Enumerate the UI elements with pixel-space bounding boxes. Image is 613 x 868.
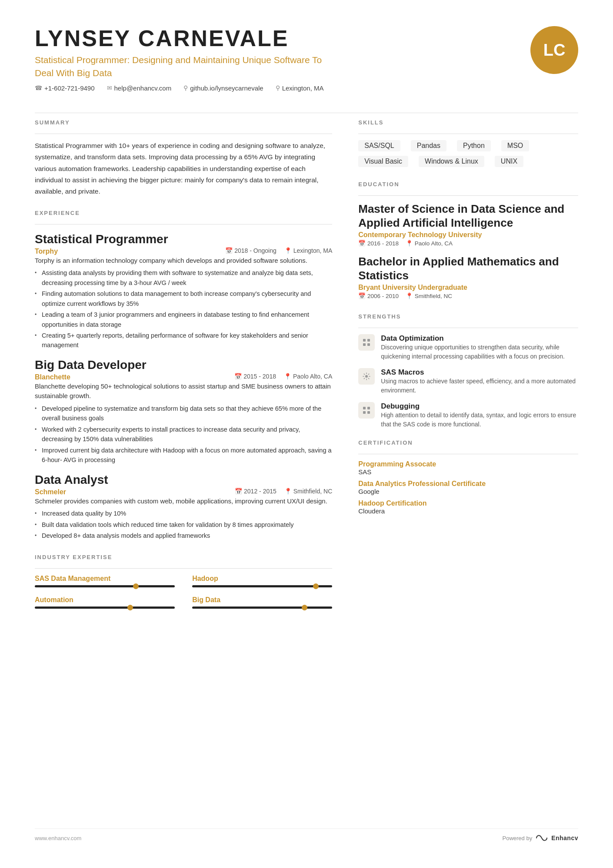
- strength-title: Debugging: [381, 402, 578, 411]
- job-item: Data Analyst Schmeler 📅 2012 - 2015 📍 Sm…: [35, 473, 332, 541]
- svg-rect-1: [367, 339, 370, 342]
- powered-by-text: Powered by: [502, 835, 532, 841]
- expertise-item: SAS Data Management: [35, 575, 175, 587]
- job-title: Big Data Developer: [35, 358, 332, 372]
- footer-website: www.enhancv.com: [35, 835, 81, 841]
- job-company: Torphy: [35, 248, 58, 255]
- summary-section: SUMMARY Statistical Programmer with 10+ …: [35, 119, 332, 198]
- job-meta-row: Torphy 📅 2018 - Ongoing 📍 Lexington, MA: [35, 247, 332, 256]
- job-title: Data Analyst: [35, 473, 332, 487]
- svg-rect-0: [363, 339, 366, 342]
- expertise-item-label: Hadoop: [192, 575, 332, 583]
- strength-icon-2: [358, 402, 375, 419]
- calendar-icon: 📅: [358, 293, 366, 299]
- cert-item: Programming Assocate SAS: [358, 460, 578, 476]
- edu-dates: 📅 2016 - 2018: [358, 240, 399, 247]
- job-meta-row: Blanchette 📅 2015 - 2018 📍 Paolo Alto, C…: [35, 373, 332, 382]
- job-bullets-list: Increased data quality by 10% Built data…: [35, 509, 332, 540]
- skill-tag: MSO: [501, 140, 529, 151]
- location-contact: ⚲ Lexington, MA: [276, 84, 324, 92]
- job-location: 📍 Paolo Alto, CA: [284, 373, 332, 380]
- job-description: Blanchette developing 50+ technological …: [35, 382, 332, 401]
- cert-name: Hadoop Certification: [358, 499, 578, 507]
- expertise-dot: [313, 583, 319, 589]
- email-icon: ✉: [107, 84, 112, 91]
- job-item: Big Data Developer Blanchette 📅 2015 - 2…: [35, 358, 332, 465]
- skills-grid: SAS/SQL Pandas Python MSO Visual Basic W…: [358, 140, 578, 167]
- calendar-icon: 📅: [234, 373, 242, 380]
- expertise-item-label: Big Data: [192, 596, 332, 604]
- edu-location: 📍 Smithfield, NC: [406, 292, 452, 299]
- footer-logo: Powered by Enhancv: [502, 834, 578, 842]
- strength-title: Data Optimization: [381, 334, 578, 343]
- strength-desc: High attention to detail to identify dat…: [381, 411, 578, 429]
- svg-rect-5: [363, 407, 366, 409]
- main-content: SUMMARY Statistical Programmer with 10+ …: [35, 119, 578, 811]
- job-meta: 📅 2012 - 2015 📍 Smithfield, NC: [235, 488, 332, 495]
- strengths-divider: [358, 328, 578, 328]
- experience-section: EXPERIENCE Statistical Programmer Torphy…: [35, 210, 332, 541]
- edu-degree: Bachelor in Applied Mathematics and Stat…: [358, 255, 578, 283]
- expertise-dot: [127, 605, 133, 610]
- github-value: github.io/lynseycarnevale: [190, 84, 263, 92]
- link-icon: ⚲: [183, 84, 188, 91]
- job-location: 📍 Smithfield, NC: [284, 488, 332, 495]
- expertise-bar: [192, 585, 332, 587]
- calendar-icon: 📅: [235, 488, 242, 495]
- svg-rect-2: [363, 343, 366, 346]
- cert-org: Google: [358, 488, 578, 495]
- resume-page: LYNSEY CARNEVALE Statistical Programmer:…: [0, 0, 613, 868]
- cert-item: Data Analytics Professional Certificate …: [358, 480, 578, 495]
- strength-content: SAS Macros Using macros to achieve faste…: [381, 368, 578, 395]
- skill-tag: SAS/SQL: [358, 140, 400, 151]
- bullet-item: Improved current big data architecture w…: [35, 446, 332, 465]
- svg-rect-6: [367, 407, 370, 409]
- calendar-icon: 📅: [225, 247, 233, 254]
- experience-label: EXPERIENCE: [35, 210, 332, 216]
- certification-label: CERTIFICATION: [358, 439, 578, 446]
- certification-section: CERTIFICATION Programming Assocate SAS D…: [358, 439, 578, 515]
- job-bullets-list: Assisting data analysts by providing the…: [35, 268, 332, 350]
- skill-tag: Pandas: [411, 140, 446, 151]
- job-item: Statistical Programmer Torphy 📅 2018 - O…: [35, 232, 332, 350]
- contact-row: ☎ +1-602-721-9490 ✉ help@enhancv.com ⚲ g…: [35, 84, 330, 92]
- education-section: EDUCATION Master of Science in Data Scie…: [358, 181, 578, 299]
- strength-desc: Discovering unique opportunities to stre…: [381, 343, 578, 361]
- pin-icon: 📍: [406, 240, 413, 247]
- strength-content: Data Optimization Discovering unique opp…: [381, 334, 578, 361]
- summary-divider: [35, 134, 332, 134]
- education-label: EDUCATION: [358, 181, 578, 188]
- cert-name: Data Analytics Professional Certificate: [358, 480, 578, 488]
- bullet-item: Leading a team of 3 junior programmers a…: [35, 310, 332, 329]
- bullet-item: Assisting data analysts by providing the…: [35, 268, 332, 288]
- bullet-item: Developed pipeline to systematize and tr…: [35, 404, 332, 423]
- calendar-icon: 📅: [358, 240, 366, 247]
- cert-org: SAS: [358, 468, 578, 476]
- summary-text: Statistical Programmer with 10+ years of…: [35, 140, 332, 198]
- edu-meta: 📅 2016 - 2018 📍 Paolo Alto, CA: [358, 240, 578, 247]
- skill-tag: Visual Basic: [358, 156, 408, 167]
- job-dates: 📅 2018 - Ongoing: [225, 247, 277, 254]
- job-dates: 📅 2015 - 2018: [234, 373, 276, 380]
- expertise-bar: [192, 607, 332, 609]
- enhancv-text: Enhancv: [551, 834, 578, 841]
- job-location: 📍 Lexington, MA: [284, 247, 333, 254]
- right-column: SKILLS SAS/SQL Pandas Python MSO Visual …: [358, 119, 578, 811]
- job-bullets-list: Developed pipeline to systematize and tr…: [35, 404, 332, 465]
- skill-tag: UNIX: [495, 156, 523, 167]
- header: LYNSEY CARNEVALE Statistical Programmer:…: [35, 26, 578, 92]
- experience-divider: [35, 224, 332, 225]
- job-company: Schmeler: [35, 488, 66, 496]
- svg-point-4: [365, 375, 368, 378]
- edu-school: Contemporary Technology University: [358, 231, 578, 239]
- phone-contact: ☎ +1-602-721-9490: [35, 84, 95, 92]
- pin-icon: 📍: [406, 293, 413, 299]
- github-contact: ⚲ github.io/lynseycarnevale: [183, 84, 263, 92]
- bullet-item: Increased data quality by 10%: [35, 509, 332, 518]
- education-divider: [358, 195, 578, 196]
- expertise-label: INDUSTRY EXPERTISE: [35, 554, 332, 560]
- job-title: Statistical Programmer: [35, 232, 332, 246]
- candidate-title: Statistical Programmer: Designing and Ma…: [35, 54, 330, 79]
- edu-item: Master of Science in Data Science and Ap…: [358, 202, 578, 247]
- job-company: Blanchette: [35, 373, 70, 381]
